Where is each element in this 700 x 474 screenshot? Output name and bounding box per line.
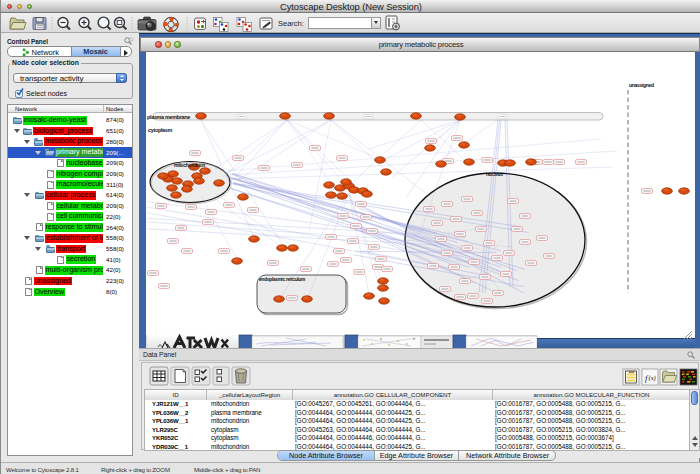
svg-text:cytoplasm: cytoplasm (148, 127, 172, 133)
svg-text:nucleus: nucleus (486, 171, 503, 177)
svg-text:plasma membrane: plasma membrane (147, 114, 190, 120)
svg-text:endoplasmic reticulum: endoplasmic reticulum (259, 277, 305, 282)
svg-text:(x): (x) (649, 374, 656, 382)
svg-text:mitochondrion: mitochondrion (174, 162, 205, 168)
svg-text:unassigned: unassigned (629, 82, 654, 88)
